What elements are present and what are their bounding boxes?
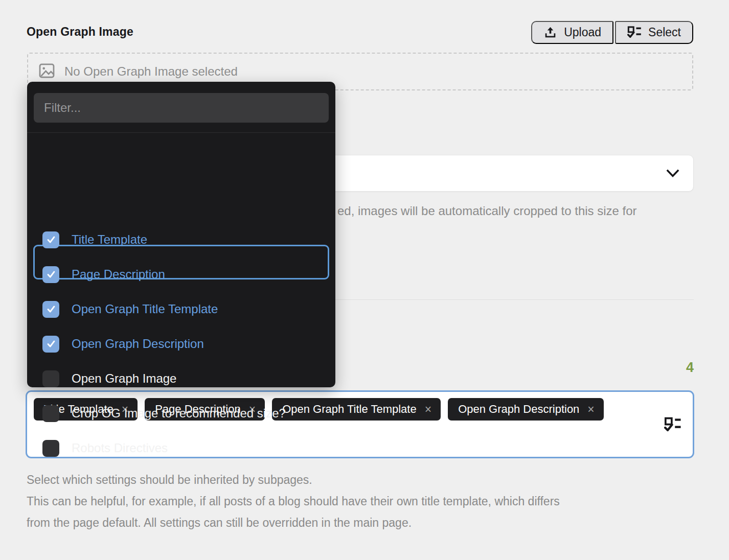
option-robots-directives[interactable]: Robots Directives — [42, 439, 168, 457]
option-label: Crop OG Image to recommended size? — [72, 406, 286, 421]
upload-button-label: Upload — [564, 26, 601, 39]
upload-icon — [543, 26, 557, 39]
asset-toolbar: Upload Select — [531, 21, 693, 44]
option-title-template[interactable]: Title Template — [42, 231, 147, 248]
checkbox-checked-icon[interactable] — [42, 266, 59, 283]
remove-tag-icon[interactable]: × — [587, 404, 594, 415]
tag-og-title-template: Open Graph Title Template × — [272, 398, 441, 421]
option-crop-og-image[interactable]: Crop OG Image to recommended size? — [42, 405, 286, 422]
select-button-label: Select — [648, 26, 681, 39]
list-check-icon — [627, 26, 642, 40]
chevron-down-icon — [666, 169, 680, 180]
filter-input[interactable] — [34, 93, 329, 123]
checkbox-checked-icon[interactable] — [42, 231, 59, 248]
option-og-description[interactable]: Open Graph Description — [42, 335, 204, 353]
og-image-empty-text: No Open Graph Image selected — [64, 64, 238, 79]
option-label: Open Graph Title Template — [72, 302, 218, 316]
checkbox-unchecked-icon[interactable] — [42, 370, 59, 387]
tag-og-description: Open Graph Description × — [448, 398, 604, 421]
option-og-image[interactable]: Open Graph Image — [42, 370, 176, 387]
settings-page: Open Graph Image Upload Sele — [0, 0, 729, 560]
remove-tag-icon[interactable]: × — [425, 404, 431, 415]
option-label: Page Description — [72, 267, 165, 282]
option-label: Robots Directives — [72, 441, 168, 455]
inherit-settings-help: Select which settings should be inherite… — [27, 469, 560, 533]
option-label: Open Graph Image — [72, 371, 176, 386]
checkbox-checked-icon[interactable] — [42, 336, 59, 353]
checkbox-unchecked-icon[interactable] — [42, 405, 59, 422]
field-label-open-graph-image: Open Graph Image — [27, 25, 133, 39]
help-line: This can be helpful, for example, if all… — [27, 491, 560, 512]
tag-label: Open Graph Description — [458, 403, 579, 416]
dropdown-divider — [27, 132, 335, 133]
list-check-icon[interactable] — [664, 416, 681, 436]
option-page-description[interactable]: Page Description — [42, 266, 165, 283]
checkbox-checked-icon[interactable] — [42, 301, 59, 318]
upload-button[interactable]: Upload — [531, 21, 613, 44]
crop-helper-text: ed, images will be automatically cropped… — [337, 204, 637, 218]
help-line: from the page default. All settings can … — [27, 512, 560, 533]
tag-label: Open Graph Title Template — [282, 403, 417, 416]
inherit-settings-dropdown: Title Template Page Description Open Gra… — [27, 82, 335, 387]
option-label: Title Template — [72, 232, 147, 247]
help-line: Select which settings should be inherite… — [27, 469, 560, 491]
image-icon — [38, 62, 55, 81]
checkbox-unchecked-icon[interactable] — [42, 440, 59, 457]
option-label: Open Graph Description — [72, 337, 204, 351]
select-button[interactable]: Select — [615, 21, 693, 44]
option-og-title-template[interactable]: Open Graph Title Template — [42, 300, 218, 318]
selected-count-badge: 4 — [686, 360, 694, 376]
